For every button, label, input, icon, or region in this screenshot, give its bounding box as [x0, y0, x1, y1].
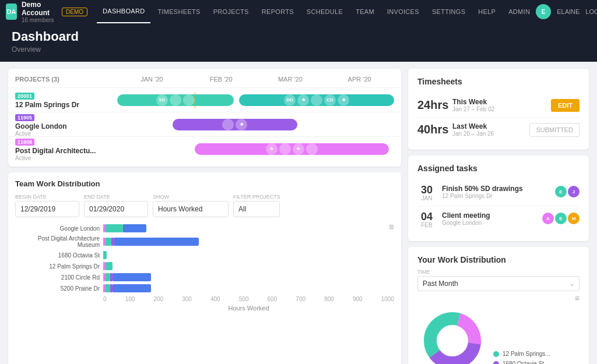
- brand-logo: DA: [6, 3, 17, 20]
- wdist-menu-icon[interactable]: ≡: [575, 294, 580, 303]
- xaxis-1000: 1000: [381, 296, 394, 302]
- project-info-2: 11905 Google London Active: [15, 112, 117, 137]
- bar-pdm-teal: [106, 238, 111, 246]
- twd-title: Team Work Distribution: [15, 179, 394, 188]
- gantt-row-3: 11908 Post Digital Architectu... Active …: [8, 136, 401, 161]
- brand[interactable]: DA Demo Account 16 members DEMO: [6, 1, 87, 23]
- xaxis-400: 400: [210, 296, 220, 302]
- nav-team[interactable]: TEAM: [350, 0, 380, 23]
- timesheet-row-lastweek: 40hrs Last Week Jan 20 – Jan 26 SUBMITTE…: [417, 118, 580, 142]
- project-info-1: 20001 12 Palm Springs Dr: [15, 91, 117, 109]
- nav-dashboard[interactable]: DASHBOARD: [97, 0, 150, 23]
- project-status-3: Active: [15, 155, 117, 161]
- nav-menu: DASHBOARD TIMESHEETS PROJECTS REPORTS SC…: [97, 0, 536, 23]
- nav-help[interactable]: HELP: [472, 0, 501, 23]
- xaxis-100: 100: [125, 296, 135, 302]
- nav-schedule[interactable]: SCHEDULE: [301, 0, 349, 23]
- xaxis-600: 600: [268, 296, 278, 302]
- gantt-card: PROJECTS (3) JAN '20 FEB '20 MAR '20 APR…: [8, 69, 401, 167]
- gantt-month-feb: FEB '20: [187, 76, 256, 83]
- tasks-card: Assigned tasks 30 JAN Finish 50% SD draw…: [408, 156, 589, 241]
- gantt-vline: [195, 92, 195, 108]
- legend-dot-octavia: [493, 361, 499, 365]
- nav-invoices[interactable]: INVOICES: [381, 0, 425, 23]
- gantt-timeline-1: SD DD ★ CD ★: [117, 92, 394, 108]
- timesheet-row-thisweek: 24hrs This Week Jan 27 – Feb 02 EDIT: [417, 93, 580, 118]
- demo-badge: DEMO: [62, 8, 87, 16]
- submitted-button[interactable]: SUBMITTED: [529, 123, 580, 137]
- task-month-2: FEB: [417, 222, 436, 228]
- wdist-header: Your Work Distribution: [417, 255, 580, 264]
- begin-date-group: Begin Date: [15, 194, 79, 217]
- bar-label-gl: Google London: [15, 225, 100, 232]
- task-info-2: Client meeting Google London: [442, 211, 536, 226]
- workdist-title: Your Work Distribution: [417, 255, 506, 264]
- ts-info-lastweek: Last Week Jan 20 – Jan 26: [452, 122, 529, 137]
- ts-dates-lastweek: Jan 20 – Jan 26: [452, 130, 529, 137]
- bar-prairie-blue: [113, 284, 151, 292]
- nav-reports[interactable]: REPORTS: [256, 0, 300, 23]
- project-id-2: 11905: [15, 114, 34, 121]
- chart-area: ≡ Google London Post Digital Architectur…: [15, 224, 394, 312]
- task-date-1: 30 JAN: [417, 185, 436, 202]
- bar-row-circle: 2100 Circle Rd: [15, 273, 394, 281]
- task-project-1: 12 Palm Springs Dr: [442, 193, 549, 199]
- begin-date-input[interactable]: [15, 201, 79, 217]
- phase-dots-1: SD: [153, 94, 198, 106]
- bar-row-prairie: 5200 Prairie Dr: [15, 284, 394, 292]
- bar-row-octavia: 1680 Octavia St: [15, 251, 394, 259]
- phase-star-3a: ★: [266, 143, 278, 155]
- task-avatar-2c: M: [568, 213, 580, 224]
- workdist-card: Your Work Distribution Time Past Month P…: [408, 247, 589, 364]
- timesheets-title: Timesheets: [417, 77, 580, 86]
- time-label: Time: [417, 269, 580, 275]
- xaxis-800: 800: [324, 296, 334, 302]
- bar-track-gl: [103, 224, 394, 232]
- nav-admin[interactable]: ADMIN: [503, 0, 536, 23]
- legend-label-octavia: 1680 Octavia St...: [503, 361, 549, 364]
- bar-octavia-teal: [103, 251, 107, 259]
- end-date-label: End Date: [84, 194, 148, 200]
- bar-label-pdm: Post Digital Architecture Museum: [15, 235, 100, 248]
- filter-projects-select[interactable]: All: [233, 201, 280, 217]
- bar-chart: Google London Post Digital Architecture …: [15, 224, 394, 292]
- phase-dot2: [183, 94, 195, 106]
- nav-settings[interactable]: SETTINGS: [426, 0, 471, 23]
- chart-xaxis: 0 100 200 300 400 500 600 700 800 900 10…: [15, 296, 394, 302]
- gantt-header: PROJECTS (3) JAN '20 FEB '20 MAR '20 APR…: [8, 76, 401, 87]
- gantt-bar-2: ★: [173, 119, 297, 130]
- phase-star1: ★: [297, 94, 309, 106]
- ts-info-thisweek: This Week Jan 27 – Feb 02: [452, 98, 551, 112]
- end-date-input[interactable]: [84, 201, 148, 217]
- bar-gl-teal: [106, 224, 123, 232]
- edit-button[interactable]: EDIT: [551, 99, 580, 112]
- phase-cd: CD: [324, 94, 336, 106]
- task-date-2: 04 FEB: [417, 211, 436, 228]
- brand-name: Demo Account: [22, 1, 55, 17]
- show-select[interactable]: Hours Worked: [153, 201, 229, 217]
- nav-projects[interactable]: PROJECTS: [208, 0, 255, 23]
- time-filter-select[interactable]: Past Month Past Week Past Year: [417, 276, 580, 291]
- user-avatar: E: [536, 4, 551, 19]
- donut-chart: [417, 309, 487, 364]
- bar-track-pdm: [103, 238, 394, 246]
- gantt-bar-1b: DD ★ CD ★: [239, 94, 394, 106]
- task-avatar-1a: E: [555, 186, 567, 197]
- time-filter-container: Past Month Past Week Past Year: [417, 276, 580, 291]
- nav-username: ELAINE: [557, 8, 580, 15]
- bar-label-ps: 12 Palm Springs Dr: [15, 263, 100, 270]
- bar-prairie-teal: [106, 284, 110, 292]
- bar-pdm-blue: [114, 238, 199, 246]
- phase-dot1: [170, 94, 181, 106]
- task-avatars-1: E J: [555, 186, 580, 197]
- nav-timesheets[interactable]: TIMESHEETS: [152, 0, 206, 23]
- page-header: Dashboard Overview: [0, 23, 597, 62]
- nav-logout[interactable]: LOGOUT: [585, 8, 597, 15]
- gantt-timeline-3: ★ ★: [117, 141, 394, 157]
- gantt-row-1: 20001 12 Palm Springs Dr SD: [8, 87, 401, 112]
- brand-sub: 16 members: [22, 17, 55, 23]
- gantt-month-mar: MAR '20: [256, 76, 325, 83]
- gantt-month-jan: JAN '20: [117, 76, 187, 83]
- timesheets-card: Timesheets 24hrs This Week Jan 27 – Feb …: [408, 69, 589, 150]
- chart-xlabel: Hours Worked: [15, 305, 394, 312]
